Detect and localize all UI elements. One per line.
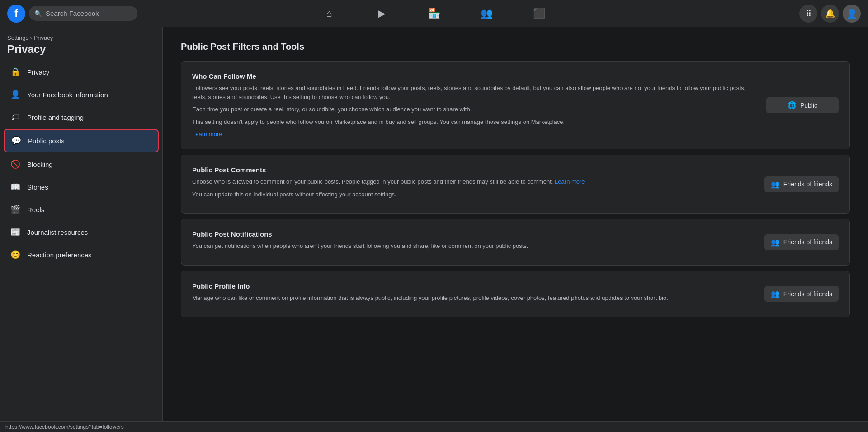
home-nav-button[interactable]: ⌂ xyxy=(304,3,354,24)
sidebar-item-facebook-info[interactable]: 👤 Your Facebook information xyxy=(4,84,159,105)
public-profile-info-audience-button[interactable]: 👥 Friends of friends xyxy=(764,286,839,302)
main-layout: Settings › Privacy Privacy 🔒 Privacy 👤 Y… xyxy=(0,27,868,421)
groups-nav-button[interactable]: 👥 xyxy=(461,3,512,24)
journalist-resources-icon: 📰 xyxy=(9,226,22,238)
who-can-follow-card: Who Can Follow Me Followers see your pos… xyxy=(181,61,850,149)
main-content: Public Post Filters and Tools Who Can Fo… xyxy=(163,27,868,421)
public-profile-info-title: Public Profile Info xyxy=(192,282,757,290)
public-post-comments-card: Public Post Comments Choose who is allow… xyxy=(181,155,850,214)
friends-of-friends-icon-3: 👥 xyxy=(771,290,780,298)
marketplace-nav-button[interactable]: 🏪 xyxy=(409,3,459,24)
top-navigation: f 🔍 Search Facebook ⌂ ▶ 🏪 👥 ⬛ ⠿ 🔔 👤 xyxy=(0,0,868,27)
search-bar[interactable]: 🔍 Search Facebook xyxy=(29,6,137,21)
search-input[interactable]: Search Facebook xyxy=(46,9,99,17)
sidebar-label-stories: Stories xyxy=(27,183,48,191)
public-profile-info-body: Public Profile Info Manage who can like … xyxy=(192,282,757,306)
friends-of-friends-icon-2: 👥 xyxy=(771,238,780,247)
public-post-notifications-header: Public Post Notifications You can get no… xyxy=(192,230,839,254)
sidebar-item-reels[interactable]: 🎬 Reels xyxy=(4,199,159,220)
who-can-follow-audience-label: Public xyxy=(800,102,817,109)
page-title: Public Post Filters and Tools xyxy=(181,42,850,52)
public-post-comments-audience-button[interactable]: 👥 Friends of friends xyxy=(764,176,839,192)
sidebar: Settings › Privacy Privacy 🔒 Privacy 👤 Y… xyxy=(0,27,163,421)
who-can-follow-header: Who Can Follow Me Followers see your pos… xyxy=(192,72,839,138)
public-post-comments-title: Public Post Comments xyxy=(192,166,757,174)
sidebar-item-journalist-resources[interactable]: 📰 Journalist resources xyxy=(4,221,159,243)
who-can-follow-desc2: Each time you post or create a reel, sto… xyxy=(192,105,759,114)
reels-icon: 🎬 xyxy=(9,203,22,216)
sidebar-item-public-posts[interactable]: 💬 Public posts xyxy=(4,129,159,152)
facebook-info-icon: 👤 xyxy=(9,88,22,101)
public-post-comments-learn-more[interactable]: Learn more xyxy=(555,178,585,185)
video-nav-button[interactable]: ▶ xyxy=(356,3,407,24)
public-posts-icon: 💬 xyxy=(10,134,23,147)
public-post-notifications-desc1: You can get notifications when people wh… xyxy=(192,242,757,251)
sidebar-label-reaction-preferences: Reaction preferences xyxy=(27,251,92,259)
public-post-notifications-audience-button[interactable]: 👥 Friends of friends xyxy=(764,234,839,250)
public-profile-info-desc1: Manage who can like or comment on profil… xyxy=(192,294,757,303)
facebook-logo[interactable]: f xyxy=(7,5,25,23)
public-post-comments-audience-label: Friends of friends xyxy=(783,180,832,188)
sidebar-item-stories[interactable]: 📖 Stories xyxy=(4,176,159,198)
gaming-nav-button[interactable]: ⬛ xyxy=(514,3,564,24)
public-post-notifications-body: Public Post Notifications You can get no… xyxy=(192,230,757,254)
search-icon: 🔍 xyxy=(34,10,42,17)
sidebar-label-reels: Reels xyxy=(27,206,44,214)
privacy-icon: 🔒 xyxy=(9,66,22,78)
public-post-notifications-audience-label: Friends of friends xyxy=(783,238,832,246)
sidebar-item-profile-tagging[interactable]: 🏷 Profile and tagging xyxy=(4,106,159,128)
public-profile-info-card: Public Profile Info Manage who can like … xyxy=(181,271,850,318)
breadcrumb: Settings › Privacy xyxy=(4,34,159,43)
friends-of-friends-icon-1: 👥 xyxy=(771,180,780,189)
notifications-button[interactable]: 🔔 xyxy=(821,5,839,23)
status-bar: https://www.facebook.com/settings?tab=fo… xyxy=(0,421,868,432)
sidebar-label-blocking: Blocking xyxy=(27,161,53,168)
public-icon: 🌐 xyxy=(788,101,797,109)
public-post-comments-body: Public Post Comments Choose who is allow… xyxy=(192,166,757,202)
public-profile-info-header: Public Profile Info Manage who can like … xyxy=(192,282,839,306)
public-profile-info-audience-label: Friends of friends xyxy=(783,290,832,298)
sidebar-label-public-posts: Public posts xyxy=(28,137,65,145)
who-can-follow-desc3: This setting doesn't apply to people who… xyxy=(192,118,759,127)
sidebar-title: Privacy xyxy=(4,43,159,61)
sidebar-label-privacy: Privacy xyxy=(27,68,49,76)
who-can-follow-audience-button[interactable]: 🌐 Public xyxy=(766,97,839,113)
public-post-notifications-title: Public Post Notifications xyxy=(192,230,757,238)
profile-avatar-button[interactable]: 👤 xyxy=(843,5,861,23)
who-can-follow-learn-more[interactable]: Learn more xyxy=(192,131,222,138)
stories-icon: 📖 xyxy=(9,180,22,193)
sidebar-label-profile-tagging: Profile and tagging xyxy=(27,114,84,121)
status-url: https://www.facebook.com/settings?tab=fo… xyxy=(5,424,124,430)
sidebar-item-reaction-preferences[interactable]: 😊 Reaction preferences xyxy=(4,244,159,266)
who-can-follow-desc1: Followers see your posts, reels, stories… xyxy=(192,84,759,101)
public-post-comments-desc2: You can update this on individual posts … xyxy=(192,190,757,199)
public-post-comments-header: Public Post Comments Choose who is allow… xyxy=(192,166,839,202)
sidebar-label-journalist-resources: Journalist resources xyxy=(27,228,88,236)
topnav-center: ⌂ ▶ 🏪 👥 ⬛ xyxy=(304,3,564,24)
public-post-comments-desc1: Choose who is allowed to comment on your… xyxy=(192,177,757,186)
sidebar-item-blocking[interactable]: 🚫 Blocking xyxy=(4,153,159,175)
profile-tagging-icon: 🏷 xyxy=(9,111,22,123)
sidebar-label-facebook-info: Your Facebook information xyxy=(27,91,108,99)
grid-icon-button[interactable]: ⠿ xyxy=(799,5,817,23)
reaction-preferences-icon: 😊 xyxy=(9,248,22,261)
who-can-follow-title: Who Can Follow Me xyxy=(192,72,759,80)
blocking-icon: 🚫 xyxy=(9,158,22,171)
public-post-notifications-card: Public Post Notifications You can get no… xyxy=(181,219,850,266)
who-can-follow-body: Who Can Follow Me Followers see your pos… xyxy=(192,72,759,138)
sidebar-item-privacy[interactable]: 🔒 Privacy xyxy=(4,61,159,83)
